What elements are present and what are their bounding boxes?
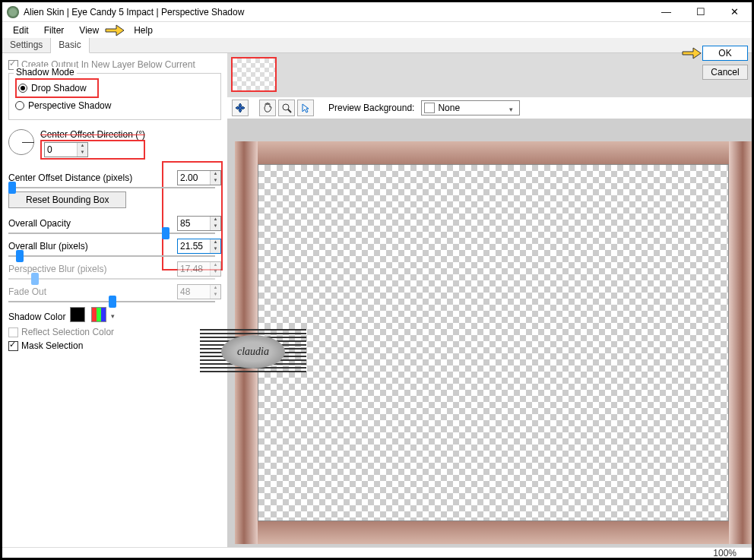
menu-edit[interactable]: Edit: [6, 24, 36, 37]
app-icon: [7, 6, 19, 18]
highlight-direction: ▲▼: [40, 140, 145, 160]
minimize-button[interactable]: —: [649, 4, 683, 21]
direction-row: Center Offset Direction (°) ▲▼: [8, 125, 221, 160]
mask-selection-checkbox[interactable]: Mask Selection: [8, 340, 221, 351]
fadeout-value: [178, 285, 210, 299]
drop-shadow-label: Drop Shadow: [31, 83, 87, 93]
status-bar: 100%: [2, 547, 752, 558]
fadeout-slider: [8, 301, 221, 302]
direction-dial[interactable]: [8, 129, 34, 155]
zoom-level: 100%: [713, 548, 737, 558]
spin-up-icon: ▲: [211, 262, 220, 269]
swatch-icon: [424, 103, 435, 113]
menu-help[interactable]: Help: [127, 24, 160, 37]
plugin-window: Alien Skin | Eye Candy 5 Impact | Perspe…: [0, 0, 754, 560]
fadeout-label: Fade Out: [8, 286, 46, 297]
preview-panel: Preview Background: None: [227, 53, 752, 547]
title-bar: Alien Skin | Eye Candy 5 Impact | Perspe…: [2, 2, 752, 22]
preview-frame[interactable]: [235, 141, 752, 544]
palette-picker-icon[interactable]: [91, 307, 106, 322]
perspective-blur-label: Perspective Blur (pixels): [8, 264, 106, 274]
checkbox-icon: [8, 341, 18, 351]
shadow-color-label: Shadow Color: [8, 312, 65, 322]
tab-bar: Settings Basic: [2, 38, 752, 53]
tab-settings[interactable]: Settings: [2, 38, 51, 52]
mask-selection-label: Mask Selection: [21, 340, 83, 351]
spin-down-icon: ▼: [211, 292, 220, 299]
zoom-tool-icon[interactable]: [278, 100, 295, 116]
radio-perspective-shadow[interactable]: Perspective Shadow: [15, 100, 214, 111]
ok-button[interactable]: OK: [702, 46, 748, 61]
reflect-selection-checkbox: Reflect Selection Color: [8, 327, 221, 337]
tab-basic[interactable]: Basic: [51, 38, 89, 53]
preview-bg-combo[interactable]: None: [421, 100, 520, 115]
chevron-down-icon: [509, 103, 517, 112]
spin-down-icon: ▼: [211, 269, 220, 276]
close-button[interactable]: ✕: [718, 4, 752, 21]
preview-bg-label: Preview Background:: [328, 103, 414, 113]
main-content: Create Output In New Layer Below Current…: [2, 53, 752, 547]
tutorial-pointer-icon: [104, 21, 125, 39]
shadow-mode-label: Shadow Mode: [14, 67, 77, 78]
perspective-shadow-label: Perspective Shadow: [28, 100, 111, 111]
blur-slider[interactable]: [8, 255, 221, 257]
reset-bounding-box-button[interactable]: Reset Bounding Box: [8, 191, 126, 208]
distance-slider[interactable]: [8, 187, 221, 188]
svg-line-1: [288, 109, 291, 112]
preview-checker: [258, 164, 729, 521]
svg-point-0: [283, 104, 289, 110]
cancel-button[interactable]: Cancel: [702, 65, 748, 80]
controls-panel: Create Output In New Layer Below Current…: [2, 53, 227, 547]
window-buttons: — ☐ ✕: [649, 4, 752, 21]
preview-bg-value: None: [438, 103, 509, 113]
direction-label: Center Offset Direction (°): [40, 129, 145, 140]
spin-down-icon[interactable]: ▼: [78, 150, 87, 157]
preset-strip: [227, 53, 752, 97]
maximize-button[interactable]: ☐: [683, 4, 718, 21]
direction-value[interactable]: [45, 143, 77, 157]
highlight-values-group: [162, 161, 223, 271]
radio-icon: [18, 84, 27, 93]
dialog-buttons: OK Cancel: [681, 44, 748, 80]
spin-up-icon[interactable]: ▲: [78, 143, 87, 150]
tutorial-pointer-icon: [681, 44, 702, 62]
direction-input[interactable]: ▲▼: [44, 142, 88, 157]
radio-icon: [15, 101, 24, 110]
highlight-drop-shadow: Drop Shadow: [15, 78, 99, 98]
menu-filter[interactable]: Filter: [37, 24, 71, 37]
distance-label: Center Offset Distance (pixels): [8, 172, 132, 183]
spin-up-icon: ▲: [211, 285, 220, 292]
move-tool-icon[interactable]: [232, 100, 249, 116]
perspective-blur-row: Perspective Blur (pixels) ▲▼: [8, 261, 221, 277]
shadow-mode-group: Shadow Mode Drop Shadow Perspective Shad…: [8, 73, 221, 120]
reflect-selection-label: Reflect Selection Color: [21, 327, 114, 337]
opacity-slider[interactable]: [8, 233, 221, 234]
checkbox-icon: [8, 327, 18, 337]
preview-toolbar: Preview Background: None: [227, 97, 752, 119]
watermark: claudia: [200, 329, 306, 375]
pointer-tool-icon[interactable]: [297, 100, 314, 116]
fadeout-input: ▲▼: [177, 284, 221, 299]
perspective-blur-slider: [8, 278, 221, 280]
preset-thumbnail[interactable]: [231, 57, 277, 92]
radio-drop-shadow[interactable]: Drop Shadow: [18, 83, 96, 93]
dropdown-icon[interactable]: [111, 310, 119, 319]
menu-bar: Edit Filter View Help: [2, 22, 752, 38]
watermark-text: claudia: [221, 335, 285, 369]
hand-tool-icon[interactable]: [259, 100, 276, 116]
perspective-blur-value: [178, 262, 210, 276]
shadow-color-swatch[interactable]: [70, 307, 85, 322]
window-title: Alien Skin | Eye Candy 5 Impact | Perspe…: [24, 7, 649, 17]
menu-view[interactable]: View: [72, 24, 106, 37]
shadow-color-row: Shadow Color: [8, 307, 221, 322]
opacity-label: Overall Opacity: [8, 218, 71, 229]
perspective-blur-input: ▲▼: [177, 261, 221, 277]
